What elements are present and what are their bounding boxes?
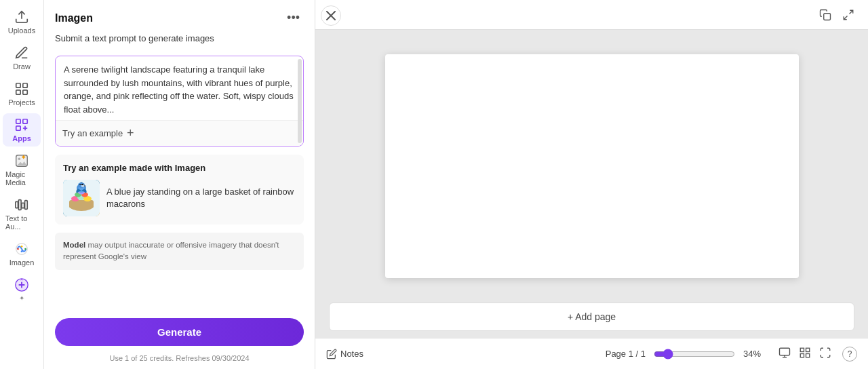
svg-rect-14	[22, 203, 24, 208]
canvas-area: + Add page Notes Page 1 / 1 34%	[315, 0, 868, 369]
example-thumbnail	[63, 180, 100, 216]
text-prompt-input[interactable]	[56, 56, 303, 117]
svg-point-17	[17, 248, 19, 250]
model-word: Model	[63, 241, 85, 249]
svg-rect-39	[780, 348, 790, 355]
generate-button[interactable]: Generate	[55, 318, 304, 346]
example-text: A blue jay standing on a large basket of…	[106, 186, 296, 210]
svg-rect-2	[23, 83, 27, 88]
sidebar-item-text-audio-label: Text to Au...	[5, 214, 38, 231]
svg-rect-45	[806, 354, 810, 357]
canvas-close-button[interactable]	[321, 5, 341, 26]
svg-rect-15	[25, 201, 28, 210]
draw-icon	[14, 45, 29, 60]
sidebar-item-imagen[interactable]: Imagen	[3, 237, 41, 271]
svg-rect-6	[23, 119, 27, 123]
textarea-scrollbar	[298, 59, 302, 143]
sidebar-item-magic-plus-label: ✦	[19, 294, 24, 302]
svg-rect-38	[824, 13, 831, 20]
disclaimer-text: may output inaccurate or offensive image…	[63, 241, 279, 260]
canvas-page	[385, 54, 799, 278]
svg-rect-4	[23, 90, 27, 94]
add-page-button[interactable]: + Add page	[329, 303, 854, 331]
sidebar-item-uploads-label: Uploads	[8, 26, 35, 35]
expand-button[interactable]	[840, 6, 857, 24]
canvas-footer: Notes Page 1 / 1 34% ?	[315, 338, 868, 369]
svg-rect-43	[806, 348, 810, 351]
imagen-icon	[14, 241, 29, 256]
sidebar-item-draw-label: Draw	[13, 62, 31, 71]
svg-point-19	[21, 246, 23, 248]
sidebar-item-magic-plus[interactable]: ✦	[3, 273, 41, 306]
text-prompt-footer: Try an example +	[56, 120, 303, 146]
left-sidebar: Uploads Draw Projects Apps	[0, 0, 44, 369]
svg-point-11	[18, 157, 21, 160]
panel-bottom: Generate Use 1 of 25 credits. Refreshes …	[44, 318, 315, 369]
sidebar-item-draw[interactable]: Draw	[3, 41, 41, 75]
sidebar-item-uploads[interactable]: Uploads	[3, 5, 41, 39]
add-page-bar: + Add page	[329, 303, 854, 331]
submit-label: Submit a text prompt to generate images	[55, 33, 304, 47]
notes-button[interactable]: Notes	[326, 349, 363, 360]
disclaimer-box: Model may output inaccurate or offensive…	[55, 233, 304, 270]
copy-button[interactable]	[816, 6, 834, 24]
magic-media-icon	[14, 153, 29, 168]
canvas-main	[315, 30, 868, 303]
sidebar-item-projects[interactable]: Projects	[3, 77, 41, 111]
text-prompt-area: Try an example +	[55, 56, 304, 147]
footer-view-buttons	[776, 344, 834, 364]
zoom-percent: 34%	[743, 349, 768, 359]
notes-label: Notes	[340, 349, 363, 359]
sidebar-item-imagen-label: Imagen	[9, 258, 35, 267]
page-info: Page 1 / 1	[606, 349, 646, 359]
svg-rect-25	[69, 200, 94, 208]
svg-rect-13	[18, 200, 21, 210]
svg-rect-44	[800, 354, 804, 357]
imagen-panel: Imagen ••• Submit a text prompt to gener…	[44, 0, 315, 369]
projects-icon	[14, 81, 29, 96]
panel-title: Imagen	[55, 12, 93, 24]
canvas-toolbar	[315, 0, 868, 30]
sidebar-item-magic-media-label: Magic Media	[5, 170, 38, 187]
sidebar-item-text-audio[interactable]: Text to Au...	[3, 193, 41, 235]
svg-rect-42	[800, 348, 804, 351]
panel-header: Imagen •••	[44, 0, 315, 33]
svg-rect-5	[16, 119, 20, 123]
sidebar-item-apps[interactable]: Apps	[3, 113, 41, 147]
svg-point-18	[24, 248, 26, 250]
try-example-plus-icon: +	[127, 126, 134, 140]
svg-rect-3	[16, 90, 20, 94]
apps-icon	[14, 117, 29, 132]
svg-point-20	[21, 250, 23, 252]
zoom-slider[interactable]	[654, 349, 735, 360]
try-example-button[interactable]: Try an example +	[62, 126, 134, 140]
try-example-label: Try an example	[62, 128, 123, 138]
fullscreen-button[interactable]	[816, 344, 834, 364]
svg-rect-1	[16, 83, 20, 88]
sidebar-item-apps-label: Apps	[12, 134, 31, 142]
panel-menu-button[interactable]: •••	[283, 9, 304, 26]
svg-rect-7	[16, 126, 20, 130]
example-item[interactable]: A blue jay standing on a large basket of…	[63, 180, 296, 216]
sidebar-item-projects-label: Projects	[8, 98, 35, 106]
help-button[interactable]: ?	[842, 347, 857, 362]
example-section-title: Try an example made with Imagen	[63, 163, 296, 173]
credits-text: Use 1 of 25 credits. Refreshes 09/30/202…	[55, 350, 304, 364]
svg-rect-12	[16, 201, 18, 208]
grid-view-button[interactable]	[796, 344, 814, 364]
example-section: Try an example made with Imagen	[55, 155, 304, 225]
panel-body: Submit a text prompt to generate images …	[44, 33, 315, 318]
desktop-view-button[interactable]	[776, 344, 793, 364]
sidebar-item-magic-media[interactable]: Magic Media	[3, 149, 41, 191]
magic-plus-icon	[14, 277, 29, 292]
upload-icon	[14, 9, 29, 24]
text-audio-icon	[14, 197, 29, 212]
